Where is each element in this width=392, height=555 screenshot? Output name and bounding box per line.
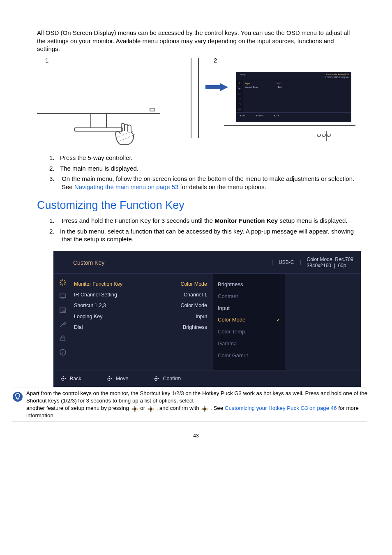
steps-list-1: Press the 5-way controller. The main men…	[37, 154, 355, 191]
tip-box: Apart from the control keys on the monit…	[12, 388, 367, 421]
steps-list-2: Press and hold the Function Key for 3 se…	[37, 217, 355, 243]
submenu-item[interactable]: Brightness	[218, 279, 280, 291]
figure-row: 1 2 D	[37, 56, 355, 149]
osd-hint-bar: Back Move Confirm	[53, 370, 361, 387]
svg-marker-39	[201, 408, 203, 410]
osd-title: Custom Key	[73, 259, 104, 266]
menu-item[interactable]: Monitor Function Key	[74, 279, 150, 289]
svg-marker-16	[107, 378, 108, 379]
dpad-down-icon	[147, 405, 155, 412]
step2-1: Press and hold the Function Key for 3 se…	[49, 217, 355, 225]
display-icon	[59, 293, 67, 300]
svg-rect-5	[61, 338, 65, 341]
svg-marker-15	[108, 380, 110, 381]
submenu-item[interactable]: Contrast	[218, 291, 280, 303]
svg-marker-17	[111, 378, 112, 379]
menu-value: Color Mode	[157, 279, 207, 289]
dpad-center-icon	[153, 375, 159, 382]
osd-sidebar-icons	[53, 274, 72, 370]
tip-text-line2a: another feature of setup menu by pressin…	[26, 405, 131, 411]
tip-lightbulb-icon	[12, 391, 24, 404]
svg-point-18	[108, 378, 110, 379]
menu-value: Channel 1	[157, 289, 207, 300]
dpad-center-icon	[201, 405, 209, 412]
hotkey-puck-link[interactable]: Customizing your Hotkey Puck G3 on page …	[225, 405, 337, 411]
osd-thumbnail: Display Color Mode Adobe RGB USB-C | 384…	[236, 72, 351, 122]
intro-text: All OSD (On Screen Display) menus can be…	[37, 29, 355, 53]
menu-value: Input	[157, 311, 207, 322]
osd-column-3: Brightness Contrast Input Color Mode✔ Co…	[213, 274, 285, 370]
osd-menu: Custom Key | USB-C | Color Mode Rec.7093…	[53, 251, 361, 387]
submenu-item[interactable]: Color Gamut	[218, 350, 280, 362]
svg-marker-30	[137, 408, 138, 410]
adjust-icon	[59, 279, 67, 286]
osd-status: | USB-C | Color Mode Rec.7093840x2160 | …	[272, 257, 353, 269]
svg-marker-31	[133, 407, 136, 411]
figure-1-label: 1	[45, 56, 48, 65]
arrow-right-icon	[205, 83, 228, 93]
connector-icon	[59, 321, 67, 328]
svg-marker-19	[155, 376, 157, 377]
svg-marker-10	[62, 380, 64, 381]
svg-rect-4	[63, 310, 65, 312]
menu-item[interactable]: Looping Key	[74, 311, 150, 322]
pip-icon	[59, 307, 67, 314]
step-3: On the main menu, follow the on-screen i…	[49, 175, 355, 191]
submenu-item[interactable]: Gamma	[218, 338, 280, 350]
svg-marker-12	[65, 378, 66, 379]
step-1: Press the 5-way controller.	[49, 154, 355, 162]
svg-marker-11	[61, 378, 62, 379]
hand-icon	[113, 121, 142, 152]
svg-point-23	[156, 378, 157, 379]
svg-marker-41	[203, 407, 206, 411]
info-icon	[59, 349, 67, 356]
dpad-up-icon	[131, 405, 139, 412]
step-2: The main menu is displayed.	[49, 164, 355, 173]
svg-marker-29	[131, 408, 133, 410]
submenu-item[interactable]: Input	[218, 303, 280, 314]
menu-value: Brightness	[157, 322, 207, 333]
dpad-updown-icon	[106, 375, 113, 382]
svg-marker-34	[148, 408, 149, 410]
tip-text-line1: Apart from the control keys on the monit…	[26, 390, 367, 404]
nav-main-menu-link[interactable]: Navigating the main menu on page 53	[74, 183, 179, 190]
submenu-item-selected[interactable]: Color Mode✔	[218, 314, 280, 326]
svg-point-8	[62, 350, 63, 351]
svg-point-13	[63, 378, 64, 379]
svg-marker-22	[158, 378, 159, 379]
menu-item[interactable]: IR Channel Setting	[74, 289, 150, 300]
submenu-item[interactable]: Color Temp.	[218, 326, 280, 338]
figure-2-label: 2	[214, 56, 217, 65]
step2-2: In the sub menu, select a function that …	[49, 227, 355, 243]
figure-2-monitor: Display Color Mode Adobe RGB USB-C | 384…	[205, 67, 351, 145]
lock-icon	[59, 335, 67, 342]
svg-marker-40	[207, 408, 208, 410]
figure-1-monitor	[37, 67, 160, 149]
svg-marker-14	[108, 376, 110, 377]
check-icon: ✔	[277, 317, 280, 323]
menu-value: Color Mode	[157, 300, 207, 311]
menu-item[interactable]: Shortcut 1,2,3	[74, 300, 150, 311]
page-number: 43	[37, 433, 355, 439]
section-heading: Customizing the Function Key	[37, 198, 355, 213]
osd-column-1: Monitor Function Key IR Channel Setting …	[72, 274, 155, 370]
svg-marker-35	[153, 408, 154, 410]
svg-marker-0	[205, 83, 228, 91]
svg-point-26	[15, 394, 16, 395]
dpad-left-icon	[60, 375, 67, 382]
mini-osd-title: Display	[239, 73, 245, 79]
svg-marker-36	[149, 407, 152, 411]
osd-column-2: Color Mode Channel 1 Color Mode Input Br…	[155, 274, 213, 370]
menu-item[interactable]: Dial	[74, 322, 150, 333]
svg-marker-21	[154, 378, 154, 379]
svg-marker-20	[155, 380, 157, 381]
svg-marker-9	[62, 376, 64, 377]
svg-rect-1	[60, 294, 66, 298]
